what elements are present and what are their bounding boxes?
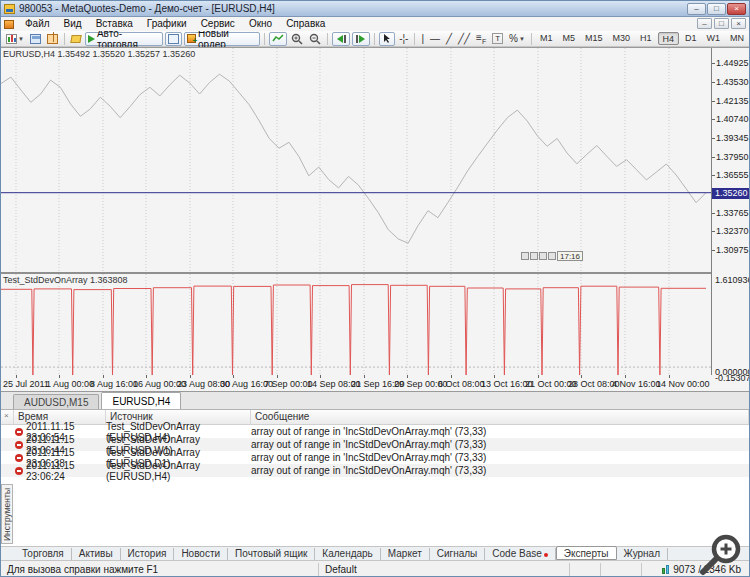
trendline-button[interactable]: ╱ <box>444 32 454 46</box>
cursor-button[interactable] <box>379 32 395 46</box>
log-message: array out of range in 'IncStdDevOnArray.… <box>251 439 749 450</box>
tile-windows-button[interactable] <box>45 32 60 46</box>
indicators-button[interactable] <box>269 32 287 46</box>
chart-tab-audusd-m15[interactable]: AUDUSD,M15 <box>13 394 99 409</box>
column-header-message[interactable]: Сообщение <box>251 410 749 424</box>
chart-tab-eurusd-h4[interactable]: EURUSD,H4 <box>101 392 181 409</box>
auto-scroll-button[interactable] <box>332 32 350 46</box>
timeframe-h4[interactable]: H4 <box>658 32 680 45</box>
chevron-down-icon: ▼ <box>519 36 525 42</box>
status-cell <box>601 563 642 577</box>
error-icon <box>15 428 23 436</box>
horizontal-line-button[interactable]: — <box>428 32 442 46</box>
status-help-text: Для вызова справки нажмите F1 <box>1 563 319 577</box>
text-button[interactable]: T <box>490 32 505 46</box>
toolbox-side-tab[interactable]: Инструменты <box>1 484 13 544</box>
new-order-button[interactable]: Новый ордер <box>184 32 260 46</box>
status-bar: Для вызова справки нажмите F1 Default 90… <box>1 560 749 577</box>
timeframe-d1[interactable]: D1 <box>681 32 701 45</box>
time-tick <box>233 375 234 378</box>
timeframe-m30[interactable]: M30 <box>608 32 634 45</box>
timeframe-mn[interactable]: MN <box>726 32 748 45</box>
autotrade-button[interactable]: Авто-торговля <box>85 32 163 46</box>
current-price-badge: 1.35260 <box>712 188 750 199</box>
price-axis[interactable]: 1.35260 1.610936 0.000000 -0.153075 1.44… <box>711 48 749 376</box>
log-message: array out of range in 'IncStdDevOnArray.… <box>251 426 749 437</box>
chart-minimize-button[interactable]: – <box>697 18 712 29</box>
time-tick <box>320 375 321 378</box>
tab-calendar[interactable]: Календарь <box>315 548 380 560</box>
log-time-cell: 2011.11.15 23:06:24 <box>14 460 106 482</box>
price-tick: 1.33765 <box>716 209 749 218</box>
zoom-out-icon <box>309 33 321 45</box>
tab-mailbox[interactable]: Почтовый ящик <box>228 548 315 560</box>
price-tick: 1.43530 <box>716 78 749 87</box>
close-button[interactable]: × <box>727 3 746 15</box>
price-tick: 1.40740 <box>716 115 749 124</box>
profiles-button[interactable] <box>28 32 43 46</box>
chart-shift-button[interactable] <box>352 32 370 46</box>
tab-codebase[interactable]: Code Base <box>485 548 555 560</box>
title-bar: 980053 - MetaQuotes-Demo - Демо-счет - [… <box>1 1 749 17</box>
market-watch-button[interactable] <box>69 32 83 46</box>
data-window-button[interactable] <box>165 32 182 46</box>
timeframe-m5[interactable]: M5 <box>558 32 579 45</box>
timeframe-w1[interactable]: W1 <box>703 32 725 45</box>
tab-history[interactable]: История <box>121 548 175 560</box>
restore-button[interactable]: □ <box>707 3 726 15</box>
chart-close-button[interactable]: × <box>731 18 746 29</box>
tab-trade[interactable]: Торговля <box>15 548 72 560</box>
tab-news[interactable]: Новости <box>174 548 228 560</box>
time-tick <box>494 375 495 378</box>
book-icon <box>70 35 81 43</box>
divider <box>327 33 328 45</box>
error-icon <box>15 441 23 449</box>
channel-icon: ╱╱ <box>458 33 470 44</box>
indicator-pane[interactable]: Test_StdDevOnArray 1.363808 <box>1 274 711 376</box>
error-icon <box>15 467 23 475</box>
time-tick <box>103 375 104 378</box>
price-chart-pane[interactable]: EURUSD,H4 1.35492 1.35520 1.35257 1.3526… <box>1 48 711 274</box>
channel-button[interactable]: ╱╱ <box>456 32 472 46</box>
play-icon <box>88 35 95 43</box>
tab-assets[interactable]: Активы <box>72 548 121 560</box>
menu-help[interactable]: Справка <box>279 18 332 29</box>
zoom-out-button[interactable] <box>307 32 323 46</box>
timeframe-h1[interactable]: H1 <box>636 32 656 45</box>
tab-signals[interactable]: Сигналы <box>430 548 486 560</box>
objects-button[interactable]: %▼ <box>507 32 527 46</box>
crosshair-button[interactable]: -¦- <box>397 32 410 46</box>
tab-market[interactable]: Маркет <box>381 548 430 560</box>
menu-view[interactable]: Вид <box>57 18 89 29</box>
divider <box>64 33 65 45</box>
menu-tools[interactable]: Сервис <box>194 18 242 29</box>
timeframe-m15[interactable]: M15 <box>581 32 607 45</box>
tab-experts[interactable]: Эксперты <box>556 546 617 560</box>
minimize-button[interactable]: – <box>687 3 706 15</box>
status-profile[interactable]: Default <box>319 563 570 577</box>
status-cell <box>570 563 601 577</box>
countdown-cell <box>521 252 529 260</box>
time-tick <box>364 375 365 378</box>
menu-insert[interactable]: Вставка <box>89 18 140 29</box>
time-tick <box>538 375 539 378</box>
tab-journal[interactable]: Журнал <box>617 548 669 560</box>
timeframe-m1[interactable]: M1 <box>536 32 557 45</box>
zoom-in-button[interactable] <box>289 32 305 46</box>
time-axis[interactable]: 25 Jul 20111 Aug 00:008 Aug 16:0016 Aug … <box>1 375 749 392</box>
menu-file[interactable]: Файл <box>18 18 57 29</box>
toolbox-corner-icon[interactable]: × <box>1 410 14 424</box>
time-tick <box>146 375 147 378</box>
divider <box>414 33 415 45</box>
ohlc-label: EURUSD,H4 1.35492 1.35520 1.35257 1.3526… <box>3 49 195 59</box>
chart-restore-button[interactable]: □ <box>714 18 729 29</box>
new-chart-button[interactable]: ▼ <box>4 32 26 46</box>
menu-charts[interactable]: Графики <box>140 18 194 29</box>
vertical-line-button[interactable]: | <box>419 32 426 46</box>
time-tick <box>16 375 17 378</box>
indicator-label: Test_StdDevOnArray 1.363808 <box>3 275 128 285</box>
fibonacci-button[interactable]: ≡F <box>474 32 488 46</box>
indicator-min-label: -0.153075 <box>715 374 750 383</box>
log-row[interactable]: 2011.11.15 23:06:24Test_StdDevOnArray (E… <box>1 464 749 477</box>
menu-window[interactable]: Окно <box>242 18 279 29</box>
